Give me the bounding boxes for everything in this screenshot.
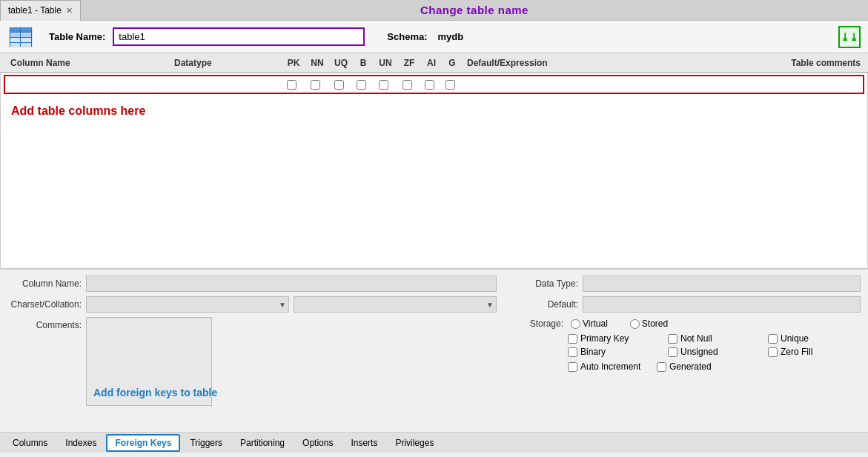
unsigned-option[interactable]: Unsigned	[668, 347, 761, 357]
header-uq: UQ	[329, 58, 353, 68]
auto-increment-label: Auto Increment	[580, 361, 640, 372]
tab-triggers[interactable]: Triggers	[182, 435, 231, 451]
zero-fill-option[interactable]: Zero Fill	[768, 347, 861, 357]
svg-rect-10	[10, 37, 32, 38]
b-checkbox[interactable]	[357, 80, 366, 90]
primary-key-label: Primary Key	[580, 333, 629, 344]
primary-key-checkbox[interactable]	[568, 334, 577, 344]
svg-rect-3	[21, 33, 32, 37]
comments-row: Comments: Add foreign keys to table	[7, 317, 497, 426]
binary-option[interactable]: Binary	[568, 347, 660, 357]
storage-row: Storage: Virtual Stored	[504, 318, 861, 329]
toolbar: Table Name: Schema: mydb ⤓⤓	[0, 21, 868, 53]
header-default: Default/Expression	[463, 58, 589, 68]
header-nn: NN	[305, 58, 329, 68]
tab-table1[interactable]: table1 - Table ✕	[0, 0, 81, 21]
tab-columns[interactable]: Columns	[4, 435, 56, 451]
collation-select[interactable]	[294, 296, 497, 313]
zero-fill-checkbox[interactable]	[768, 347, 778, 357]
data-type-input[interactable]	[583, 276, 861, 292]
table-name-label: Table Name:	[49, 31, 105, 42]
virtual-radio-option[interactable]: Virtual	[571, 318, 608, 329]
data-type-label: Data Type:	[504, 278, 578, 289]
virtual-radio[interactable]	[571, 319, 580, 329]
unsigned-label: Unsigned	[680, 347, 718, 357]
stored-radio-option[interactable]: Stored	[630, 318, 668, 329]
svg-rect-4	[10, 39, 20, 42]
tab-label: table1 - Table	[8, 5, 62, 16]
stored-label: Stored	[642, 318, 668, 329]
stored-radio[interactable]	[630, 319, 640, 329]
data-type-row: Data Type:	[504, 276, 861, 292]
ai-checkbox[interactable]	[425, 80, 434, 90]
pk-checkbox[interactable]	[287, 80, 296, 90]
window-title: Change table name	[81, 4, 868, 16]
charset-row: Charset/Collation: ▼ ▼	[7, 296, 497, 313]
checkboxes-grid: Primary Key Not Null Unique Binary Unsig…	[568, 333, 861, 357]
detail-panel: Column Name: Charset/Collation: ▼ ▼ Comm…	[0, 269, 868, 432]
column-name-input[interactable]	[86, 276, 497, 292]
tabs-bar: Columns Indexes Foreign Keys Triggers Pa…	[0, 432, 868, 453]
header-zf: ZF	[397, 58, 421, 68]
header-b: B	[353, 58, 374, 68]
pk-checkbox-cell[interactable]	[279, 80, 303, 90]
empty-column-row[interactable]	[4, 75, 864, 94]
un-checkbox[interactable]	[379, 80, 388, 90]
detail-left: Column Name: Charset/Collation: ▼ ▼ Comm…	[7, 276, 497, 426]
auto-increment-option[interactable]: Auto Increment	[568, 361, 649, 372]
unique-option[interactable]: Unique	[768, 333, 861, 344]
zero-fill-label: Zero Fill	[781, 347, 812, 357]
tab-inserts[interactable]: Inserts	[342, 435, 385, 451]
generated-option[interactable]: Generated	[657, 361, 738, 372]
charset-label: Charset/Collation:	[7, 299, 82, 310]
chevron-down-button[interactable]: ⤓⤓	[838, 26, 861, 48]
nn-checkbox[interactable]	[311, 80, 320, 90]
close-icon[interactable]: ✕	[66, 6, 73, 16]
ai-checkbox-cell[interactable]	[419, 80, 440, 90]
table-icon	[7, 25, 34, 49]
table-area: Add table columns here	[0, 73, 868, 269]
collation-select-wrap: ▼	[294, 296, 497, 313]
not-null-option[interactable]: Not Null	[668, 333, 761, 344]
b-checkbox-cell[interactable]	[351, 80, 371, 90]
tab-privileges[interactable]: Privileges	[387, 435, 442, 451]
primary-key-option[interactable]: Primary Key	[568, 333, 660, 344]
g-checkbox-cell[interactable]	[440, 80, 460, 90]
not-null-label: Not Null	[680, 333, 712, 344]
not-null-checkbox[interactable]	[668, 334, 677, 344]
table-name-input[interactable]	[113, 27, 365, 46]
un-checkbox-cell[interactable]	[371, 80, 395, 90]
header-pk: PK	[282, 58, 305, 68]
zf-checkbox[interactable]	[402, 80, 412, 90]
binary-checkbox[interactable]	[568, 347, 577, 357]
detail-right: Data Type: Default: Storage: Virtual Sto…	[504, 276, 861, 426]
add-columns-hint: Add table columns here	[1, 96, 867, 127]
foreign-keys-hint: Add foreign keys to table	[93, 387, 217, 398]
comments-label: Comments:	[7, 320, 82, 330]
generated-checkbox[interactable]	[657, 362, 666, 372]
tab-partitioning[interactable]: Partitioning	[232, 435, 293, 451]
zf-checkbox-cell[interactable]	[395, 80, 419, 90]
uq-checkbox[interactable]	[334, 80, 344, 90]
schema-label: Schema:	[387, 31, 427, 42]
auto-increment-checkbox[interactable]	[568, 362, 577, 372]
unique-checkbox[interactable]	[768, 334, 778, 344]
tab-indexes[interactable]: Indexes	[57, 435, 105, 451]
unsigned-checkbox[interactable]	[668, 347, 677, 357]
header-g: G	[442, 58, 463, 68]
generated-label: Generated	[669, 361, 712, 372]
table-comments-label: Table comments	[791, 58, 861, 68]
g-checkbox[interactable]	[445, 80, 455, 90]
tab-foreign-keys[interactable]: Foreign Keys	[106, 434, 180, 452]
uq-checkbox-cell[interactable]	[327, 80, 351, 90]
default-input[interactable]	[583, 296, 861, 313]
nn-checkbox-cell[interactable]	[303, 80, 327, 90]
checkboxes-row2: Auto Increment Generated	[568, 361, 861, 372]
charset-select[interactable]	[86, 296, 289, 313]
svg-rect-5	[21, 39, 32, 42]
tab-options[interactable]: Options	[294, 435, 341, 451]
svg-rect-11	[10, 42, 32, 43]
svg-rect-2	[10, 33, 20, 37]
svg-rect-9	[10, 32, 32, 33]
default-row: Default:	[504, 296, 861, 313]
